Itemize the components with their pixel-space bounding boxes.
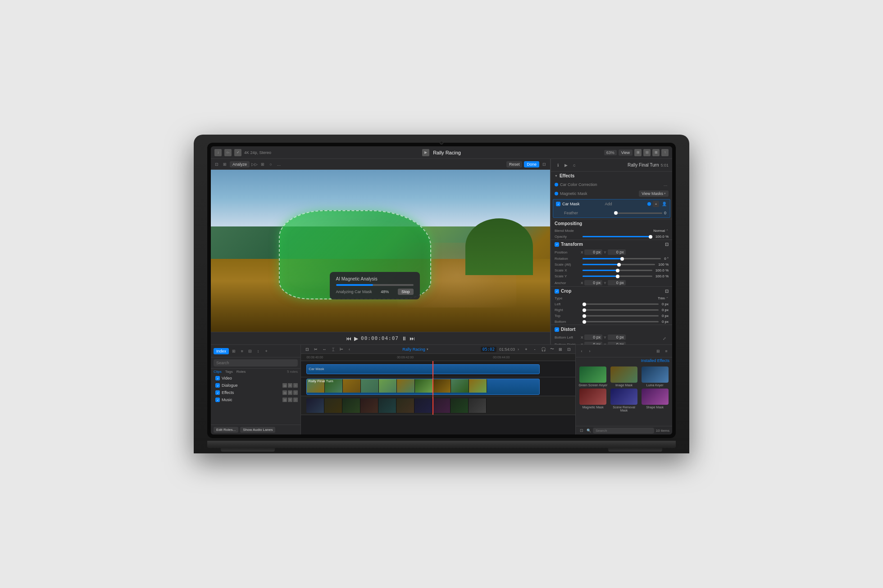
effects-header[interactable]: ▼ Effects [551,172,672,180]
person-icon[interactable]: 👤 [661,201,667,207]
zoom-out-icon[interactable]: - [531,346,538,353]
effects-icon-3[interactable]: ○ [293,390,298,395]
left-slider[interactable] [583,303,659,305]
zoom-in-icon[interactable]: + [523,346,530,353]
range-tool[interactable]: ⌶ [329,346,337,353]
dialogue-icon-2[interactable]: ≡ [288,383,292,388]
music-icon-2[interactable]: ≡ [288,398,292,402]
effects-forward-icon[interactable]: › [587,348,593,354]
shape-mask-effect[interactable]: Shape Mask [640,389,669,412]
scale-x-slider[interactable] [583,270,652,271]
bl-y-input[interactable] [608,335,626,340]
effects-grid-view-icon[interactable]: ⊞ [655,348,661,354]
share-icon[interactable]: ↑ [661,149,669,156]
sidebar-sort-icon[interactable]: ↕ [255,348,261,354]
param-icon[interactable]: ⊞ [259,161,266,167]
sidebar-search-input[interactable] [214,359,298,366]
roles-tab-link[interactable]: Roles [237,370,246,374]
position-tool[interactable]: ↔ [321,346,328,353]
position-x-input[interactable] [584,249,602,255]
effects-search-input[interactable] [593,428,654,434]
zoom-indicator[interactable]: 63% [604,150,617,155]
timeline-back-btn[interactable]: ‹ [349,347,350,352]
transform-reset-icon[interactable]: ⊡ [665,242,669,247]
skip-forward-button[interactable]: ⏭ [410,335,415,342]
sidebar-add-icon[interactable]: + [263,348,269,354]
effects-icon-2[interactable]: ≡ [288,390,292,395]
checkmark-icon[interactable]: ✓ [234,149,241,156]
stop-button[interactable]: Stop [398,289,414,295]
tags-tab-link[interactable]: Tags [225,370,233,374]
effects-icon-1[interactable]: ⊡ [282,390,287,395]
reset-button[interactable]: Reset [506,161,523,167]
anchor-x-input[interactable] [584,280,602,285]
scale-y-slider[interactable] [583,276,652,277]
right-slider[interactable] [583,309,659,311]
position-y-input[interactable] [608,249,626,255]
dialogue-icon-3[interactable]: ○ [293,383,298,388]
crop-reset-icon[interactable]: ⊡ [665,289,669,294]
layout-icon-3[interactable]: ⊠ [652,149,660,156]
music-icon-3[interactable]: ○ [293,398,298,402]
edit-roles-button[interactable]: Edit Roles... [214,427,238,433]
sidebar-list-icon[interactable]: ≡ [239,348,245,354]
opacity-thumb[interactable] [649,235,652,239]
crop-checkbox[interactable]: ✓ [555,289,559,294]
top-slider[interactable] [583,315,659,317]
effects-back-icon[interactable]: ‹ [578,348,585,354]
index-tab[interactable]: Index [214,348,229,354]
view-masks-button[interactable]: View Masks ▾ [639,190,669,197]
select-tool[interactable]: ⊡ [304,346,311,353]
crop-header[interactable]: ✓ Crop ⊡ [551,287,672,295]
transform-header[interactable]: ✓ Transform ⊡ [551,240,672,249]
analyze-button[interactable]: Analyze [230,161,250,167]
transform-tool-icon[interactable]: ⊞ [222,161,228,167]
layout-icon-1[interactable]: ⊞ [634,149,642,156]
import-icon[interactable]: ↓ [214,149,222,156]
bl-x-input[interactable] [584,335,602,340]
clips-tab-link[interactable]: Clips [214,370,222,374]
music-icon-1[interactable]: ⊡ [282,398,287,402]
trim-tool[interactable]: ✂ [312,346,319,353]
crop-tool-icon[interactable]: ⊡ [214,161,220,167]
luma-keyer-effect[interactable]: Luma Keyer [640,366,669,387]
scene-removal-effect[interactable]: Scene Removal Mask [610,389,639,412]
dialogue-checkbox[interactable]: ✓ [215,383,220,388]
layout-icon-2[interactable]: ⊟ [643,149,651,156]
sidebar-grid-icon[interactable]: ⊞ [231,348,237,354]
timeline-settings-icon[interactable]: ⊞ [557,346,564,353]
media-icon[interactable]: ○- [224,149,232,156]
rally-clip[interactable] [306,379,540,395]
expand-preview-btn[interactable]: ⤢ [661,335,668,342]
car-mask-checkbox[interactable]: ✓ [556,202,560,206]
waveform-icon[interactable]: 〜 [548,346,555,353]
car-mask-highlighted-row[interactable]: ✓ Car Mask Add + 👤 [553,199,670,218]
timeline-forward-btn[interactable]: › [518,347,519,352]
effects-bottom-icon[interactable]: ⊡ [578,427,585,434]
opacity-slider[interactable] [583,236,652,237]
expand-icon[interactable]: ⊡ [541,161,547,167]
sidebar-filter-icon[interactable]: ⊟ [247,348,253,354]
video-checkbox[interactable]: ✓ [215,376,220,380]
dots-icon[interactable]: … [276,161,282,167]
play-button[interactable]: ▶ [354,335,358,342]
effects-checkbox[interactable]: ✓ [215,390,220,395]
pause-button[interactable]: ⏸ [401,335,407,342]
rotation-slider[interactable] [583,258,661,259]
show-audio-lanes-button[interactable]: Show Audio Lanes [240,427,275,433]
skip-back-button[interactable]: ⏮ [346,335,351,342]
scale-all-thumb[interactable] [617,263,621,267]
distort-checkbox[interactable]: ✓ [555,327,559,332]
video-icon[interactable]: ▶ [563,162,569,168]
anchor-y-input[interactable] [608,280,626,285]
compositing-header[interactable]: Compositing [551,219,672,228]
done-button[interactable]: Done [524,161,539,167]
dialogue-icon-1[interactable]: ⊡ [282,383,287,388]
car-color-options-icon[interactable]: … [662,181,669,188]
car-mask-clip[interactable]: Car Mask [306,364,540,374]
effects-list-view-icon[interactable]: ≡ [663,348,669,354]
bottom-slider[interactable] [583,321,659,322]
transform-checkbox[interactable]: ✓ [555,242,559,247]
timeline-expand-icon[interactable]: ⊡ [565,346,573,353]
feather-thumb[interactable] [614,211,618,215]
